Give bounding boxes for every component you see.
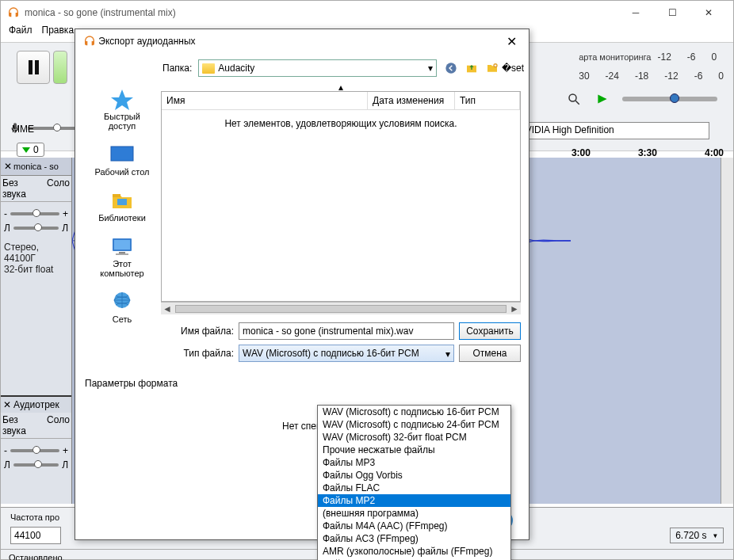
folder-icon [202,63,215,74]
svg-point-0 [569,94,576,101]
column-date[interactable]: Дата изменения [368,92,455,109]
back-icon[interactable] [443,60,459,76]
output-device-select[interactable]: 4 (NVIDIA High Definition [503,122,709,139]
play-button[interactable] [53,51,67,84]
gain-slider-2[interactable] [10,449,59,452]
audiotrack-label[interactable]: Аудиотрек [13,399,59,410]
place-quick-access[interactable]: Быстрый доступ [86,85,158,134]
play-small-icon[interactable] [594,90,611,108]
place-desktop[interactable]: Рабочий стол [86,140,158,180]
filetype-option[interactable]: Файлы MP3 [318,456,510,469]
track-panel: ✕monica - so Без звукаСоло -+ ЛЛ Стерео,… [1,158,72,504]
pan-slider[interactable] [13,227,59,230]
svg-point-128 [445,63,456,73]
time-ruler[interactable]: 3:00 3:30 4:00 [572,147,724,158]
cancel-button[interactable]: Отмена [459,345,521,362]
time-start[interactable]: 0 [17,143,44,157]
dialog-app-icon [83,35,96,48]
filename-input[interactable] [239,322,454,340]
filetype-option[interactable]: Файлы AC3 (FFmpeg) [318,532,510,545]
filetype-option[interactable]: Файлы M4A (AAC) (FFmpeg) [318,520,510,532]
file-list-empty: Нет элементов, удовлетворяющих условиям … [162,110,520,301]
transport-controls [17,51,67,84]
time-selection: 0 [17,143,44,157]
folder-select[interactable]: Audacity ▾ [198,59,437,77]
track-close-icon[interactable]: ✕ [4,161,12,172]
filetype-option[interactable]: WAV (Microsoft) 32-бит float PCM [318,431,510,444]
edit-tools [565,90,717,108]
menu-file[interactable]: Файл [9,25,32,40]
column-type[interactable]: Тип [455,92,520,109]
window-title: monica - so gone (instrumental mix) [25,7,617,18]
places-sidebar: Быстрый доступ Рабочий стол Библиотеки Э… [83,82,161,314]
solo-button-2[interactable]: Соло [45,413,71,438]
save-button[interactable]: Сохранить [459,322,521,340]
dialog-titlebar: Экспорт аудиоданных ✕ [75,29,529,53]
track-format-info: Стерео, 44100Г32-бит float [1,240,71,276]
filetype-option[interactable]: AMR (узкополосные) файлы (FFmpeg) [318,545,510,558]
filetype-option[interactable]: Файлы MP2 [318,494,510,507]
svg-rect-136 [111,147,133,161]
gain-slider[interactable] [10,212,59,215]
filetype-option[interactable]: WAV (Microsoft) с подписью 24-бит PCM [318,418,510,431]
place-libraries[interactable]: Библиотеки [86,186,158,226]
menu-edit[interactable]: Правка [42,25,75,40]
vertical-scrollbar[interactable] [721,158,733,504]
svg-marker-2 [598,94,606,103]
svg-rect-142 [119,252,125,253]
track-close-icon-2[interactable]: ✕ [3,399,11,410]
filetype-option[interactable]: WAV (Microsoft) с подписью 16-бит PCM [318,406,510,418]
column-name[interactable]: Имя [162,92,368,109]
filetype-option[interactable]: Файлы FLAC [318,482,510,494]
file-list-header: Имя Дата изменения Тип [162,92,520,110]
level-meters: арта мониторинга -12-60 30-24-18-12-60 [579,48,724,86]
dialog-title: Экспорт аудиоданных [98,36,502,47]
filename-label: Имя файла: [83,326,234,337]
time-position-display[interactable]: 6.720 s ▾ [670,528,724,543]
pan-slider-2[interactable] [13,463,59,467]
filetype-dropdown[interactable]: WAV (Microsoft) с подписью 16-бит PCMWAV… [317,405,511,560]
svg-line-1 [575,101,579,105]
filetype-select[interactable]: WAV (Microsoft) с подписью 16-бит PCM ▾ [239,345,454,362]
export-dialog: Экспорт аудиоданных ✕ Папка: Audacity ▾ … [75,29,529,540]
sort-arrow-icon[interactable]: ▴ [161,82,521,91]
minimize-button[interactable]: ─ [617,1,654,25]
filetype-option[interactable]: Прочие несжатые файлы [318,444,510,456]
solo-button[interactable]: Соло [45,176,71,201]
mute-button[interactable]: Без звука [1,176,45,201]
pause-button[interactable] [17,51,50,84]
svg-rect-143 [116,253,128,255]
svg-rect-139 [117,199,127,205]
svg-rect-141 [114,240,130,250]
folder-label: Папка: [162,63,192,74]
close-button[interactable]: ✕ [690,1,727,25]
view-menu-icon[interactable]: �set [505,60,521,76]
title-bar: monica - so gone (instrumental mix) ─ ☐ … [1,1,733,25]
new-folder-icon[interactable] [484,60,500,76]
svg-rect-138 [113,194,120,197]
filetype-option[interactable]: Файлы Ogg Vorbis [318,469,510,482]
file-browser[interactable]: Имя Дата изменения Тип Нет элементов, уд… [161,91,521,302]
svg-marker-135 [111,90,133,110]
place-this-pc[interactable]: Этот компьютер [86,232,158,281]
track-name[interactable]: monica - so [13,162,59,171]
format-params-label: Параметры формата [85,378,519,389]
host-select[interactable]: MME [9,122,80,136]
place-network[interactable]: Сеть [86,288,158,327]
project-rate-label: Частота про [10,512,59,522]
mute-button-2[interactable]: Без звука [1,413,45,438]
zoom-icon[interactable] [565,90,583,108]
project-rate-select[interactable]: 44100 [10,527,61,544]
app-icon [7,6,20,19]
filetype-label: Тип файла: [83,348,234,359]
filetype-option[interactable]: (внешняя программа) [318,507,510,520]
horizontal-scrollbar[interactable]: ◄► [161,302,521,314]
up-icon[interactable] [464,60,480,76]
dialog-close-button[interactable]: ✕ [502,34,521,49]
maximize-button[interactable]: ☐ [654,1,690,25]
monitor-label: арта мониторинга [579,52,651,62]
volume-slider[interactable] [622,97,717,101]
